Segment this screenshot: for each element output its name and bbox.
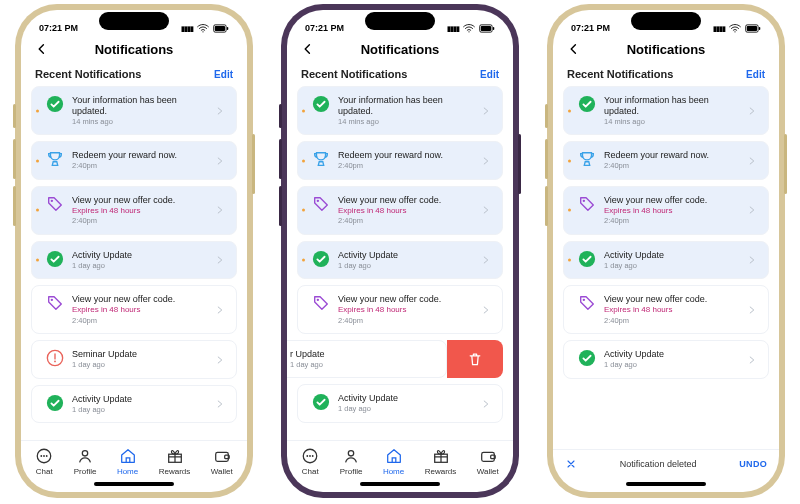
notification-item-swiped[interactable]: r Update 1 day ago [297, 340, 503, 378]
back-button[interactable] [301, 42, 319, 56]
notification-title: Redeem your reward now. [72, 150, 206, 161]
home-indicator[interactable] [94, 482, 174, 486]
notification-subtitle: Expires in 48 hours [338, 206, 472, 216]
notification-item[interactable]: View your new offer code. Expires in 48 … [297, 186, 503, 235]
section-title: Recent Notifications [301, 68, 407, 80]
screen: 07:21 PM Notifications Recent Notificati… [287, 10, 513, 492]
nav-wallet[interactable]: Wallet [477, 447, 499, 476]
notification-list[interactable]: Your information has been updated. 14 mi… [553, 86, 779, 449]
chevron-right-icon [214, 204, 226, 216]
notification-item[interactable]: Activity Update 1 day ago [563, 340, 769, 379]
notification-item[interactable]: View your new offer code. Expires in 48 … [563, 285, 769, 334]
unread-dot-icon [568, 209, 571, 212]
notification-time: 1 day ago [338, 261, 472, 271]
unread-dot-icon [36, 259, 39, 262]
chevron-right-icon [746, 254, 758, 266]
chevron-right-icon [746, 304, 758, 316]
nav-home[interactable]: Home [383, 447, 404, 476]
notification-item[interactable]: Activity Update 1 day ago [31, 385, 237, 424]
signal-icon [713, 23, 725, 33]
notification-item[interactable]: Your information has been updated. 14 mi… [31, 86, 237, 135]
notification-item[interactable]: View your new offer code. Expires in 48 … [297, 285, 503, 334]
nav-profile[interactable]: Profile [340, 447, 363, 476]
nav-home[interactable]: Home [117, 447, 138, 476]
notification-item[interactable]: Activity Update 1 day ago [297, 241, 503, 280]
nav-wallet[interactable]: Wallet [211, 447, 233, 476]
notification-item[interactable]: Your information has been updated. 14 mi… [563, 86, 769, 135]
notification-list[interactable]: Your information has been updated. 14 mi… [287, 86, 513, 440]
nav-profile[interactable]: Profile [74, 447, 97, 476]
notification-title: View your new offer code. [72, 294, 206, 305]
chevron-right-icon [214, 354, 226, 366]
notification-time: 1 day ago [72, 360, 206, 370]
notification-item[interactable]: Redeem your reward now. 2:40pm [297, 141, 503, 180]
notification-title: r Update [290, 349, 436, 360]
notification-list[interactable]: Your information has been updated. 14 mi… [21, 86, 247, 440]
section-header: Recent Notifications Edit [553, 66, 779, 86]
notification-title: Activity Update [604, 250, 738, 261]
edit-button[interactable]: Edit [214, 69, 233, 80]
nav-label: Home [117, 467, 138, 476]
chevron-right-icon [214, 254, 226, 266]
page-title: Notifications [287, 42, 513, 57]
notification-item[interactable]: View your new offer code. Expires in 48 … [31, 285, 237, 334]
back-button[interactable] [567, 42, 585, 56]
notification-item[interactable]: View your new offer code. Expires in 48 … [563, 186, 769, 235]
notification-item[interactable]: Activity Update 1 day ago [563, 241, 769, 280]
trophy-icon [312, 150, 330, 168]
unread-dot-icon [302, 259, 305, 262]
alert-icon [46, 349, 64, 367]
unread-dot-icon [302, 209, 305, 212]
notification-time: 1 day ago [72, 405, 206, 415]
nav-chat[interactable]: Chat [35, 447, 53, 476]
back-button[interactable] [35, 42, 53, 56]
page-title: Notifications [21, 42, 247, 57]
tag-icon [46, 294, 64, 312]
chevron-right-icon [480, 304, 492, 316]
snackbar-undo-button[interactable]: UNDO [739, 459, 767, 469]
home-indicator[interactable] [626, 482, 706, 486]
notification-title: Redeem your reward now. [604, 150, 738, 161]
notification-time: 1 day ago [338, 404, 472, 414]
screen: 07:21 PM Notifications Recent Notificati… [553, 10, 779, 492]
notification-item[interactable]: Seminar Update 1 day ago [31, 340, 237, 379]
notification-item[interactable]: View your new offer code. Expires in 48 … [31, 186, 237, 235]
edit-button[interactable]: Edit [480, 69, 499, 80]
nav-label: Profile [340, 467, 363, 476]
notification-time: 1 day ago [604, 360, 738, 370]
notification-item[interactable]: Redeem your reward now. 2:40pm [563, 141, 769, 180]
notification-item-foreground[interactable]: r Update 1 day ago [287, 340, 447, 378]
nav-rewards[interactable]: Rewards [425, 447, 457, 476]
page-header: Notifications [21, 38, 247, 66]
notification-title: Activity Update [604, 349, 738, 360]
bottom-nav: Chat Profile Home Rewards Wallet [287, 440, 513, 478]
notification-title: View your new offer code. [338, 195, 472, 206]
section-title: Recent Notifications [567, 68, 673, 80]
battery-icon [745, 24, 761, 33]
edit-button[interactable]: Edit [746, 69, 765, 80]
trophy-icon [578, 150, 596, 168]
phone-mock-3: 07:21 PM Notifications Recent Notificati… [547, 4, 785, 498]
notification-item[interactable]: Your information has been updated. 14 mi… [297, 86, 503, 135]
wifi-icon [463, 24, 475, 33]
notification-title: Activity Update [72, 250, 206, 261]
nav-chat[interactable]: Chat [301, 447, 319, 476]
home-indicator[interactable] [360, 482, 440, 486]
bottom-nav: Chat Profile Home Rewards Wallet [21, 440, 247, 478]
notification-subtitle: Expires in 48 hours [604, 206, 738, 216]
notification-title: Your information has been updated. [604, 95, 738, 117]
notification-title: Activity Update [72, 394, 206, 405]
check-icon [578, 250, 596, 268]
snackbar-close-button[interactable] [565, 458, 577, 470]
delete-action[interactable] [447, 340, 503, 378]
section-title: Recent Notifications [35, 68, 141, 80]
notification-item[interactable]: Redeem your reward now. 2:40pm [31, 141, 237, 180]
chevron-right-icon [214, 398, 226, 410]
check-icon [46, 95, 64, 113]
nav-label: Chat [36, 467, 53, 476]
notification-item[interactable]: Activity Update 1 day ago [297, 384, 503, 423]
page-header: Notifications [287, 38, 513, 66]
nav-rewards[interactable]: Rewards [159, 447, 191, 476]
signal-icon [181, 23, 193, 33]
notification-item[interactable]: Activity Update 1 day ago [31, 241, 237, 280]
